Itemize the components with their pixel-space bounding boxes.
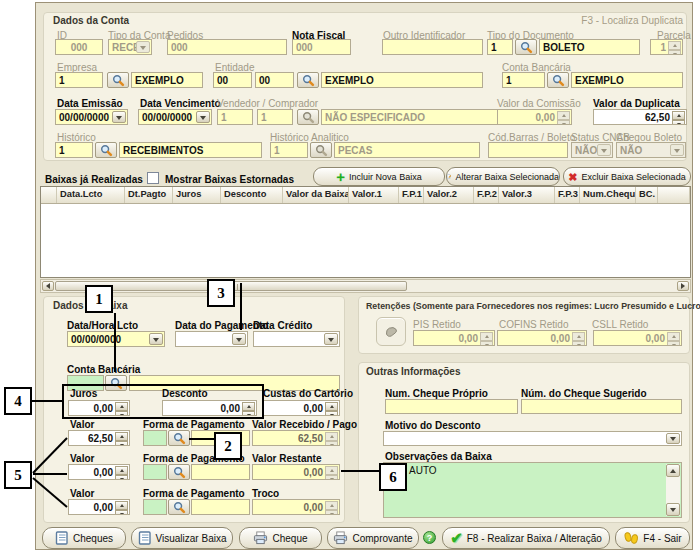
historico-search-button[interactable] — [95, 142, 117, 158]
empresa-search-button[interactable] — [107, 72, 129, 88]
spin-down-button[interactable] — [242, 411, 255, 416]
spinner-buttons[interactable] — [667, 332, 680, 344]
valor-restante-spinner[interactable]: 0,00 — [252, 464, 340, 480]
alterar-baixa-selecionada-button[interactable]: Alterar Baixa Selecionada — [446, 167, 560, 186]
spin-up-button[interactable] — [572, 332, 585, 341]
forma-pagamento2-search-button[interactable] — [168, 464, 190, 480]
retencoes-hand-button[interactable] — [376, 317, 406, 346]
outro-identificador-field[interactable] — [382, 39, 483, 55]
spinner-buttons[interactable] — [325, 402, 338, 414]
pedidos-field[interactable]: 000 — [167, 39, 287, 55]
status-cnab-select[interactable]: NÃO — [571, 142, 613, 158]
dropdown-button[interactable] — [666, 433, 680, 444]
scroll-down-button[interactable] — [666, 503, 680, 516]
column-header[interactable]: BC. — [636, 187, 658, 203]
spin-down-button[interactable] — [115, 475, 128, 480]
column-header[interactable]: Data.Lcto — [57, 187, 125, 203]
column-header[interactable]: Desconto — [221, 187, 283, 203]
conta-bancaria-name-field[interactable]: EXEMPLO — [571, 72, 683, 88]
vendedor-code2-field[interactable]: 1 — [257, 109, 293, 125]
data-hora-lcto-combo[interactable]: 00/00/0000 — [67, 331, 165, 347]
column-header[interactable]: F.P.1 — [399, 187, 424, 203]
incluir-nova-baixa-button[interactable]: +Incluir Nova Baixa — [313, 167, 445, 186]
nota-fiscal-field[interactable]: 000 — [292, 39, 351, 55]
imprimir-cheque-button[interactable]: Cheque — [239, 527, 322, 549]
spinner-buttons[interactable] — [115, 501, 128, 513]
tipo-da-conta-select[interactable]: RECE... — [108, 39, 152, 55]
spin-up-button[interactable] — [115, 402, 128, 411]
valor-recebido-pago-spinner[interactable]: 62,50 — [252, 430, 340, 446]
column-header[interactable]: F.P.3 — [555, 187, 580, 203]
historico-name-field[interactable]: RECEBIMENTOS — [119, 142, 262, 158]
spinner-buttons[interactable] — [672, 111, 685, 123]
spin-up-button[interactable] — [480, 332, 493, 341]
vendedor-search-button[interactable] — [297, 109, 319, 125]
historico-analitico-name-field[interactable]: PECAS — [334, 142, 480, 158]
conta-bancaria-search-button[interactable] — [547, 72, 569, 88]
column-header[interactable]: F.P.2 — [474, 187, 499, 203]
observacoes-textarea[interactable]: GRI AUTO — [383, 462, 682, 518]
cofins-retido-spinner[interactable]: 0,00 — [497, 330, 587, 346]
id-field[interactable]: 000 — [55, 39, 103, 55]
empresa-code-field[interactable]: 1 — [55, 72, 103, 88]
data-pagamento-combo[interactable] — [175, 331, 248, 347]
spin-down-button[interactable] — [672, 120, 685, 125]
dropdown-button[interactable] — [112, 111, 126, 123]
f4-sair-button[interactable]: F4 - Sair — [615, 527, 690, 549]
troco-spinner[interactable]: 0,00 — [252, 499, 340, 515]
pis-retido-spinner[interactable]: 0,00 — [413, 330, 495, 346]
motivo-desconto-select[interactable] — [383, 431, 682, 446]
spin-up-button[interactable] — [325, 501, 338, 510]
spin-down-button[interactable] — [667, 341, 680, 346]
historico-analitico-search-button[interactable] — [310, 142, 332, 158]
valor-comissao-spinner[interactable]: 0,00 — [497, 109, 572, 125]
tipo-documento-field[interactable]: BOLETO — [539, 39, 640, 55]
entidade-code1-field[interactable]: 00 — [213, 72, 252, 88]
dropdown-button[interactable] — [324, 333, 338, 345]
spin-up-button[interactable] — [115, 466, 128, 475]
spin-up-button[interactable] — [557, 111, 570, 120]
spin-down-button[interactable] — [325, 510, 338, 515]
chegou-boleto-select[interactable]: NÃO — [616, 142, 686, 158]
spin-down-button[interactable] — [572, 341, 585, 346]
scroll-left-button[interactable] — [42, 281, 54, 291]
cheques-button[interactable]: Cheques — [42, 527, 126, 549]
column-header[interactable]: Valor da Baixa — [283, 187, 349, 203]
conta-bancaria-code-field[interactable]: 1 — [502, 72, 545, 88]
spinner-buttons[interactable] — [115, 402, 128, 414]
spin-up-button[interactable] — [325, 466, 338, 475]
spin-up-button[interactable] — [115, 432, 128, 441]
column-header[interactable]: Valor.3 — [499, 187, 555, 203]
spin-down-button[interactable] — [325, 411, 338, 416]
historico-code-field[interactable]: 1 — [55, 142, 93, 158]
cod-barras-field[interactable] — [488, 142, 568, 158]
csll-retido-spinner[interactable]: 0,00 — [593, 330, 682, 346]
spin-down-button[interactable] — [325, 441, 338, 446]
dropdown-button[interactable] — [136, 41, 150, 53]
spin-up-button[interactable] — [325, 402, 338, 411]
forma-pagamento2-name-field[interactable] — [191, 464, 250, 480]
forma-pagamento3-search-button[interactable] — [168, 499, 190, 515]
valor1-spinner[interactable]: 62,50 — [68, 430, 130, 446]
spin-down-button[interactable] — [325, 475, 338, 480]
spinner-buttons[interactable] — [480, 332, 493, 344]
spinner-buttons[interactable] — [557, 111, 570, 123]
dropdown-button[interactable] — [670, 144, 684, 156]
baixas-table-hscrollbar[interactable] — [40, 279, 691, 293]
help-icon[interactable]: ? — [423, 531, 436, 544]
forma-pagamento3-name-field[interactable] — [191, 499, 250, 515]
column-header[interactable]: Valor.1 — [349, 187, 399, 203]
dropdown-button[interactable] — [597, 144, 611, 156]
spin-up-button[interactable] — [667, 332, 680, 341]
dropdown-button[interactable] — [196, 111, 210, 123]
visualizar-baixa-button[interactable]: Visualizar Baixa — [131, 527, 233, 549]
desconto-spinner[interactable]: 0,00 — [162, 400, 257, 416]
historico-analitico-code-field[interactable]: 1 — [270, 142, 308, 158]
forma-pagamento3-code-field[interactable] — [143, 499, 167, 515]
spinner-buttons[interactable] — [668, 41, 681, 53]
juros-spinner[interactable]: 0,00 — [68, 400, 130, 416]
spinner-buttons[interactable] — [242, 402, 255, 414]
entidade-code2-field[interactable]: 00 — [255, 72, 294, 88]
f8-realizar-baixa-button[interactable]: ✔F8 - Realizar Baixa / Alteração — [442, 527, 610, 549]
spin-down-button[interactable] — [668, 50, 681, 55]
